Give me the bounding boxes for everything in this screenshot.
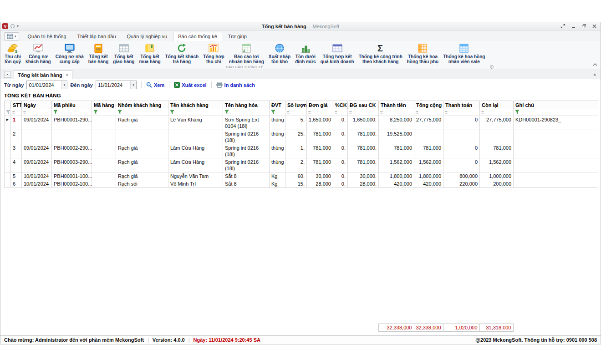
minimize-icon[interactable] — [569, 23, 578, 30]
ribbon-item-xuat-nhap-ton-kho[interactable]: Xuất nhậptồn kho — [266, 42, 293, 65]
table-cell[interactable]: Kg — [270, 172, 285, 180]
table-cell[interactable]: 781,000 — [414, 144, 443, 158]
column-header[interactable]: STT — [11, 101, 22, 109]
table-cell[interactable]: 1,800,000 — [379, 172, 414, 180]
table-cell[interactable]: thùng — [270, 130, 285, 144]
column-header[interactable]: Ngày — [22, 101, 52, 109]
table-cell[interactable]: Spring int 0216 (18l) — [223, 158, 270, 172]
ribbon-item-cong-no-khach-hang[interactable]: Công nợkhách hàng — [23, 42, 53, 65]
ribbon-item-thong-ke-hoa-hong-thau-phu[interactable]: Thống kê hoahồng thầu phụ — [405, 42, 441, 65]
column-filter[interactable] — [223, 109, 270, 116]
column-filter[interactable]: = — [333, 109, 348, 116]
column-header[interactable]: Nhóm khách hàng — [116, 101, 168, 109]
table-cell[interactable] — [514, 158, 598, 172]
ribbon-item-ton-duoi-dinh-muc[interactable]: Tồn dướiđịnh mức — [293, 42, 318, 65]
table-cell[interactable]: 09/01/2024 — [22, 158, 52, 172]
close-icon[interactable] — [590, 23, 599, 30]
ribbon-item-tong-ket-khach-tra-hang[interactable]: Tổng kết kháchtrả hàng — [163, 42, 201, 65]
column-filter[interactable]: = — [11, 109, 22, 116]
table-cell[interactable] — [168, 130, 223, 144]
table-cell[interactable]: 1,562,000 — [379, 158, 414, 172]
table-cell[interactable] — [514, 144, 598, 158]
table-cell[interactable]: KDH00001-290823_ — [514, 116, 598, 130]
table-cell[interactable]: 420,000 — [414, 180, 443, 188]
table-cell[interactable]: PBH00001-290... — [52, 116, 92, 130]
table-cell[interactable]: 0 — [443, 158, 480, 172]
column-header[interactable]: Số lượng — [285, 101, 307, 109]
ribbon-tab-thiet-lap-ban-dau[interactable]: Thiết lập ban đầu — [72, 32, 121, 41]
table-cell[interactable]: 2 — [11, 130, 22, 144]
to-date-input[interactable]: 11/01/2024 ▾ — [96, 81, 137, 89]
table-cell[interactable]: 1 — [11, 116, 22, 130]
column-filter[interactable]: = — [348, 109, 379, 116]
ribbon-tab-quan-ly-nghiep-vu[interactable]: Quản lý nghiệp vụ — [122, 32, 173, 41]
table-cell[interactable]: 1,650,000 — [307, 116, 333, 130]
table-cell[interactable]: Sơn Spring Ext 0104 (18l) — [223, 116, 270, 130]
from-date-input[interactable]: 01/01/2024 ▾ — [26, 81, 67, 89]
table-cell[interactable]: 781,000. — [348, 144, 379, 158]
table-cell[interactable]: 781,000. — [348, 130, 379, 144]
table-cell[interactable]: Sắt 8 — [223, 172, 270, 180]
column-header[interactable]: Thanh toán — [443, 101, 480, 109]
table-cell[interactable]: 1,562,000 — [414, 158, 443, 172]
table-cell[interactable]: 1. — [285, 144, 307, 158]
column-header[interactable]: Ghi chú — [514, 101, 598, 109]
table-cell[interactable]: 2. — [285, 158, 307, 172]
table-row[interactable]: 309/01/2024PBH00002-290...Rạch giáLâm Cử… — [5, 144, 598, 158]
table-cell[interactable]: 781,000 — [307, 158, 333, 172]
table-cell[interactable]: 1,800,000 — [414, 172, 443, 180]
table-cell[interactable]: 27,775,000 — [480, 116, 514, 130]
table-cell[interactable]: Rạch giá — [116, 158, 168, 172]
column-filter[interactable]: = — [414, 109, 443, 116]
table-cell[interactable]: Sắt 8 — [223, 180, 270, 188]
table-cell[interactable]: 0 — [443, 116, 480, 130]
table-cell[interactable]: Spring int 0216 (18l) — [223, 144, 270, 158]
column-header[interactable]: Tổng cộng — [414, 101, 443, 109]
ribbon-item-thong-ke-hoa-hong-nhan-vien-sale[interactable]: Thống kê hoa hồngnhân viên sale — [441, 42, 487, 65]
column-filter[interactable]: = — [307, 109, 333, 116]
ribbon-tab-tro-giup[interactable]: Trợ giúp — [223, 32, 252, 41]
table-cell[interactable]: 15. — [285, 180, 307, 188]
table-cell[interactable]: 5. — [285, 116, 307, 130]
table-cell[interactable]: 3 — [11, 144, 22, 158]
table-cell[interactable]: 30,000 — [307, 172, 333, 180]
table-cell[interactable]: thùng — [270, 116, 285, 130]
ribbon-item-tong-ket-mua-hang[interactable]: Tổng kếtmua hàng — [137, 42, 163, 65]
column-filter[interactable] — [270, 109, 285, 116]
table-cell[interactable]: 19,525,000 — [379, 130, 414, 144]
tab-close-icon[interactable]: × — [66, 73, 68, 77]
table-cell[interactable]: 420,000 — [379, 180, 414, 188]
table-row[interactable]: 610/01/2024PBH00002-100...Rạch sóiVõ Min… — [5, 180, 598, 188]
quick-access-item-icon[interactable] — [10, 24, 15, 28]
table-cell[interactable]: PBH00002-290... — [52, 144, 92, 158]
ribbon-item-tong-hop-ket-qua-kinh-doanh[interactable]: Tổng hợp kếtquả kinh doanh — [318, 42, 357, 65]
table-cell[interactable]: thùng — [270, 158, 285, 172]
column-header[interactable]: Còn lại — [480, 101, 514, 109]
table-cell[interactable]: 200,000 — [480, 180, 514, 188]
table-cell[interactable]: Nguyễn Văn Tam — [168, 172, 223, 180]
tabbar-close-icon[interactable]: × — [592, 72, 597, 79]
table-cell[interactable]: 60. — [285, 172, 307, 180]
column-header[interactable]: ĐG sau CK — [348, 101, 379, 109]
group-dialog-launcher-icon[interactable] — [490, 65, 494, 69]
table-cell[interactable] — [92, 116, 116, 130]
table-cell[interactable] — [514, 130, 598, 144]
view-button[interactable]: Xem — [146, 82, 164, 88]
print-list-button[interactable]: In danh sách — [216, 82, 255, 88]
table-cell[interactable] — [92, 130, 116, 144]
table-cell[interactable] — [480, 130, 514, 144]
table-cell[interactable] — [116, 130, 168, 144]
column-filter[interactable] — [116, 109, 168, 116]
column-header[interactable]: Tên hàng hóa — [223, 101, 270, 109]
export-excel-button[interactable]: Xuất excel — [174, 82, 206, 88]
ribbon-item-thu-chi-ton-quy[interactable]: $ Thu chitồn quỹ — [2, 42, 23, 65]
column-filter[interactable] — [5, 109, 11, 116]
table-row[interactable]: 409/01/2024PBH00003-290...Rạch giáLâm Cử… — [5, 158, 598, 172]
table-cell[interactable] — [92, 180, 116, 188]
table-cell[interactable]: Spring int 0216 (18l) — [223, 130, 270, 144]
column-filter[interactable]: = — [480, 109, 514, 116]
ribbon-item-tong-ket-ban-hang[interactable]: Tổng kếtbán hàng — [86, 42, 111, 65]
column-header[interactable]: ĐVT — [270, 101, 285, 109]
table-row[interactable]: 510/01/2024PBH00001-100...Rạch giáNguyễn… — [5, 172, 598, 180]
ribbon-tab-quan-tri-he-thong[interactable]: Quản trị hệ thống — [23, 32, 71, 41]
